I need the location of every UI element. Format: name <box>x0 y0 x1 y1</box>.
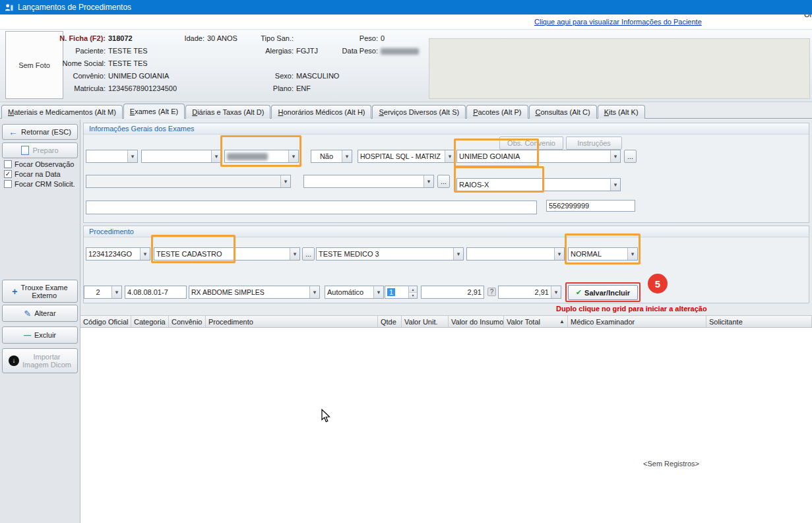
idade-value: 30 ANOS <box>207 34 237 42</box>
obs-convenio-button[interactable]: Obs. Convenio <box>499 137 563 150</box>
column-header-qtde[interactable]: Qtde <box>378 316 402 327</box>
solicitante-browse-button[interactable]: ... <box>302 247 315 261</box>
crm-solicitante-select[interactable]: 12341234GO▾ <box>86 247 150 261</box>
focar-na-data-checkbox[interactable]: ✓ Focar na Data <box>4 170 61 178</box>
column-header-procedimento[interactable]: Procedimento <box>206 316 378 327</box>
prestador-select[interactable]: ▾ <box>86 175 291 188</box>
tab-honorarios[interactable]: Honorários Médicos (Alt H) <box>271 105 371 119</box>
pencil-icon: ✎ <box>24 309 31 318</box>
chevron-down-icon: ▾ <box>288 150 298 162</box>
tab-diarias[interactable]: Diárias e Taxas (Alt D) <box>185 105 270 119</box>
procedures-grid[interactable] <box>80 328 812 523</box>
form-icon <box>21 146 29 155</box>
origem-select[interactable]: ▾ <box>303 175 434 188</box>
medico-examinador-select[interactable]: TESTE MEDICO 3▾ <box>316 247 464 261</box>
plus-icon: + <box>12 287 17 296</box>
lancar-insumo-select[interactable]: Automático▾ <box>325 286 384 299</box>
app-window: Lançamentos de Procedimentos Clique aqui… <box>0 0 812 523</box>
qtde-stepper[interactable]: 1 ▴ ▾ <box>385 286 418 299</box>
column-header-convenio[interactable]: Convênio <box>169 316 206 327</box>
alergias-label: Alergias: <box>241 47 294 55</box>
column-header-codigo-oficial[interactable]: Código Oficial <box>80 316 131 327</box>
chevron-down-icon: ▾ <box>111 286 121 298</box>
tab-materiais[interactable]: Materiais e Medicamentos (Alt M) <box>1 105 123 119</box>
spin-up-icon[interactable]: ▴ <box>409 286 417 293</box>
origem-browse-button[interactable]: ... <box>437 175 450 188</box>
plano-value: ENF <box>296 84 311 92</box>
sms-number-input[interactable]: 5562999999 <box>546 200 635 212</box>
pacote-select[interactable]: ▾ <box>86 150 138 163</box>
spin-buttons[interactable]: ▴ ▾ <box>408 286 417 298</box>
tab-pacotes[interactable]: Pacotes (Alt P) <box>466 105 528 119</box>
categoria-select[interactable]: RAIOS-X▾ <box>456 178 621 191</box>
focar-observacao-checkbox[interactable]: Focar Observação <box>4 160 74 168</box>
tab-exames[interactable]: Exames (Alt E) <box>123 104 185 119</box>
alergias-value: FGJTJ <box>296 47 318 55</box>
solicitante-select[interactable]: TESTE CADASTRO▾ <box>154 247 300 261</box>
focar-crm-checkbox[interactable]: Focar CRM Solicit. <box>4 180 75 188</box>
codigo-proc-select[interactable]: 2▾ <box>84 286 122 299</box>
convenio-label: Convênio: <box>26 72 106 80</box>
excluir-button[interactable]: — Excluir <box>2 326 78 344</box>
chevron-down-icon: ▾ <box>140 248 150 260</box>
chevron-down-icon: ▾ <box>554 248 564 260</box>
column-header-medico[interactable]: Médico Examinador <box>568 316 706 327</box>
patient-info-link[interactable]: Clique aqui para visualizar Informações … <box>534 18 702 26</box>
observacao-input[interactable] <box>86 200 537 214</box>
codigo-oficial-input[interactable]: 4.08.08.01-7 <box>125 286 187 299</box>
procedimento-select[interactable]: RX ABDOME SIMPLES▾ <box>189 286 320 299</box>
valor-unit-input[interactable]: 2,91 <box>421 286 484 299</box>
peso-label: Peso: <box>327 34 378 42</box>
spin-down-icon[interactable]: ▾ <box>409 293 417 299</box>
column-header-categoria[interactable]: Categoria <box>131 316 169 327</box>
matricula-label: Matricula: <box>26 84 106 92</box>
alterar-button[interactable]: ✎ Alterar <box>2 305 78 322</box>
back-arrow-icon: ← <box>9 127 18 137</box>
convenio-select[interactable]: UNIMED GOIANIA▾ <box>456 150 621 163</box>
convenio-value: UNIMED GOIANIA <box>108 72 169 80</box>
preparo-button[interactable]: Preparo <box>2 142 78 158</box>
ficha-label: N. Ficha (F2): <box>26 34 106 42</box>
nome-social-label: Nome Social: <box>26 59 106 67</box>
unidade-select[interactable]: HOSPITAL SQL - MATRIZ▾ <box>358 150 455 163</box>
grupo-lancamento-select[interactable]: ▾ <box>466 247 565 261</box>
column-header-valor-insumo[interactable]: Valor do Insumo <box>449 316 504 327</box>
horario-especial-select[interactable]: Não▾ <box>311 150 352 163</box>
convenio-browse-button[interactable]: ... <box>624 150 637 163</box>
sidebar: ← Retornar (ESC) Preparo Focar Observaçã… <box>0 119 80 523</box>
empty-grid-text: <Sem Registros> <box>643 460 699 468</box>
tab-consultas[interactable]: Consultas (Alt C) <box>529 105 597 119</box>
salvar-incluir-button[interactable]: ✔ Salvar/Incluir <box>568 285 638 300</box>
ficha-value: 318072 <box>108 34 133 42</box>
chevron-down-icon: ▾ <box>551 286 561 298</box>
chevron-down-icon: ▾ <box>280 175 290 187</box>
importar-dicom-button[interactable]: ↓ ImportarImagem Dicom <box>2 348 78 373</box>
link-bar: Clique aqui para visualizar Informações … <box>0 15 812 30</box>
tab-servicos[interactable]: Serviços Diversos (Alt S) <box>372 105 466 119</box>
trouxe-exame-externo-button[interactable]: + Trouxe ExameExterno <box>2 280 78 303</box>
chevron-down-icon: ▾ <box>627 248 637 260</box>
retornar-button[interactable]: ← Retornar (ESC) <box>2 124 78 140</box>
data-ult-select[interactable]: ▾ <box>141 150 222 163</box>
minus-icon: — <box>24 332 31 339</box>
column-header-valor-unit[interactable]: Valor Unit. <box>402 316 449 327</box>
title-bar: Lançamentos de Procedimentos <box>0 0 812 15</box>
chevron-down-icon: ▾ <box>453 248 463 260</box>
data-exame-redacted-value <box>227 153 268 160</box>
tab-bar: Materiais e Medicamentos (Alt M) Exames … <box>1 104 645 119</box>
paciente-value: TESTE TES <box>108 47 148 55</box>
peso-value: 0 <box>381 34 385 42</box>
chevron-down-icon: ▾ <box>373 286 383 298</box>
paciente-label: Paciente: <box>26 47 106 55</box>
instrucoes-button[interactable]: Instruções <box>566 137 622 150</box>
prioridade-select[interactable]: NORMAL▾ <box>568 247 638 261</box>
exames-group-title: Informações Gerais dos Exames <box>84 123 809 135</box>
valor-total-field[interactable]: 2,91▾ <box>498 286 561 299</box>
tab-kits[interactable]: Kits (Alt K) <box>598 105 645 119</box>
checkbox-box <box>4 160 12 168</box>
column-header-valor-total[interactable]: Valor Total ▲ <box>504 316 568 327</box>
data-exame-select[interactable]: ▾ <box>224 150 299 163</box>
help-icon[interactable]: ? <box>487 288 496 296</box>
column-header-solicitante[interactable]: Solicitante <box>706 316 812 327</box>
app-icon <box>4 3 14 13</box>
